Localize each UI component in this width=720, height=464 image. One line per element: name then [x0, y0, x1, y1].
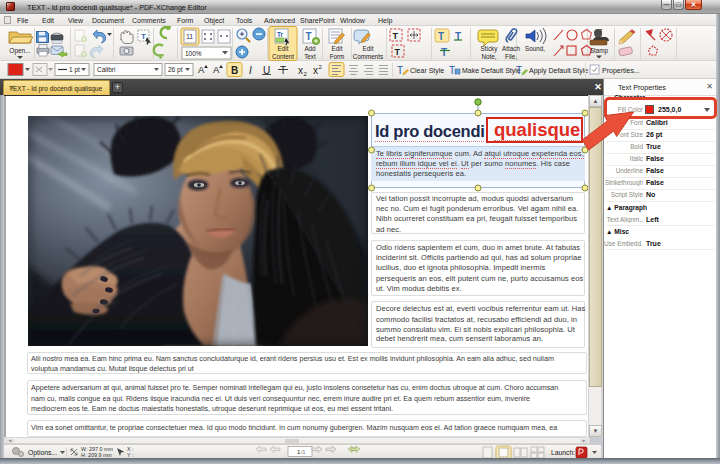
svg-text:Add: Add	[304, 45, 316, 52]
svg-text:T: T	[438, 31, 444, 42]
svg-text:T: T	[306, 31, 312, 42]
svg-text:x: x	[313, 65, 318, 76]
svg-text:Properties...: Properties...	[602, 67, 640, 75]
svg-text:T: T	[393, 31, 399, 41]
svg-text:B: B	[231, 65, 238, 76]
svg-text:2: 2	[304, 71, 308, 77]
svg-text:Sound,: Sound,	[525, 45, 545, 52]
svg-text:T: T	[516, 65, 522, 76]
svg-text:T: T	[397, 65, 403, 76]
svg-text:T: T	[280, 65, 286, 76]
svg-text:U: U	[263, 65, 270, 76]
svg-text:Tr: Tr	[277, 31, 284, 38]
svg-text:T: T	[441, 47, 447, 58]
svg-text:Form: Form	[330, 53, 345, 60]
svg-text:Calibri: Calibri	[97, 66, 115, 73]
svg-text:Stamp: Stamp	[590, 47, 609, 55]
svg-text:T: T	[395, 47, 401, 57]
svg-text:T: T	[449, 65, 455, 76]
svg-text:26 pt: 26 pt	[168, 66, 183, 74]
svg-text:Edit: Edit	[332, 45, 343, 52]
svg-text:/1: /1	[301, 449, 305, 455]
svg-text:Edit: Edit	[363, 45, 374, 52]
svg-text:11: 11	[186, 33, 193, 40]
svg-text:Apply Default Style: Apply Default Style	[529, 67, 588, 75]
svg-text:A: A	[213, 64, 220, 75]
svg-text:Options...: Options...	[28, 449, 57, 457]
svg-text:T: T	[141, 32, 146, 41]
svg-text:Clear Style: Clear Style	[410, 67, 444, 75]
svg-text:I: I	[249, 65, 252, 76]
svg-text:Make Default Style: Make Default Style	[462, 67, 521, 75]
svg-text:1 pt: 1 pt	[69, 66, 80, 74]
svg-text:2: 2	[319, 64, 323, 70]
svg-text:Open...: Open...	[9, 47, 31, 55]
svg-text:Attach: Attach	[502, 45, 520, 52]
svg-text:Edit: Edit	[278, 45, 289, 52]
svg-text:Text: Text	[304, 53, 316, 60]
svg-text:Note,: Note,	[481, 53, 496, 60]
svg-text:File,: File,	[505, 53, 517, 60]
svg-text:100%: 100%	[185, 50, 202, 57]
svg-text:x: x	[298, 65, 303, 76]
svg-text:Launch:: Launch:	[551, 449, 575, 456]
svg-text:Content: Content	[272, 53, 294, 60]
svg-text:Comments: Comments	[353, 53, 383, 60]
svg-text:A: A	[198, 64, 205, 75]
